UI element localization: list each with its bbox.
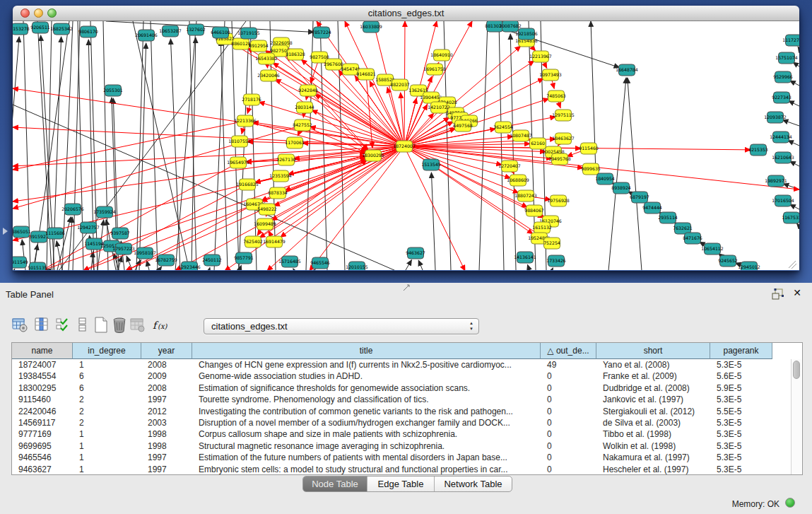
minimize-window-button[interactable] xyxy=(34,8,43,18)
column-header-name[interactable]: name xyxy=(12,343,73,359)
graph-node[interactable]: 16782759 xyxy=(155,255,177,266)
graph-node[interactable]: 752254 xyxy=(543,238,560,249)
graph-node[interactable]: 16543382 xyxy=(255,53,278,64)
table-row[interactable]: 1938455462009Genome-wide association stu… xyxy=(12,370,802,382)
graph-node[interactable]: 9227343 xyxy=(772,92,792,103)
table-row[interactable]: 977716911998Corpus callosum shape and si… xyxy=(12,428,802,440)
graph-node[interactable]: 10654112 xyxy=(701,243,724,255)
edge[interactable] xyxy=(499,21,504,270)
graph-node[interactable]: 9884067 xyxy=(524,205,544,216)
tab-network-table[interactable]: Network Table xyxy=(434,477,512,491)
graph-node[interactable]: 1170061 xyxy=(285,137,305,148)
table-settings-icon[interactable] xyxy=(12,317,29,334)
edge[interactable] xyxy=(214,21,225,270)
graph-node[interactable]: 5498222 xyxy=(257,204,277,215)
column-header-out_de[interactable]: △ out_de... xyxy=(541,343,596,359)
graph-node[interactable]: 20691406 xyxy=(135,30,158,41)
graph-node[interactable]: 1167533 xyxy=(782,212,799,223)
table-row[interactable]: 1830029562008Estimation of significance … xyxy=(12,382,802,395)
column-header-pagerank[interactable]: pagerank xyxy=(710,343,772,359)
edge[interactable] xyxy=(790,204,799,209)
graph-node[interactable]: 18724007 xyxy=(393,141,416,152)
edge[interactable] xyxy=(240,265,241,270)
graph-node[interactable]: 9899635 xyxy=(581,163,601,175)
graph-node[interactable]: 15751074 xyxy=(775,52,798,64)
edge[interactable] xyxy=(418,260,423,270)
graph-node[interactable]: 20206576 xyxy=(61,204,84,215)
window-titlebar[interactable]: citations_edges.txt xyxy=(13,6,799,21)
edge[interactable] xyxy=(404,146,552,158)
graph-node[interactable]: 9465546 xyxy=(310,257,330,269)
graph-node[interactable]: 9474444 xyxy=(642,202,662,214)
graph-node[interactable]: 1115686 xyxy=(45,228,65,239)
graph-node[interactable]: 14136141 xyxy=(514,252,536,263)
graph-node[interactable]: 12720407 xyxy=(498,160,521,172)
edge[interactable] xyxy=(314,269,315,270)
edge[interactable] xyxy=(57,241,62,270)
graph-node[interactable]: 8471676 xyxy=(683,233,702,244)
graph-node[interactable]: 9245652 xyxy=(718,255,738,267)
graph-node[interactable]: 2055301 xyxy=(103,85,123,96)
graph-node[interactable]: 8860128 xyxy=(231,38,251,49)
graph-node[interactable]: 18300295 xyxy=(362,150,384,161)
graph-node[interactable]: 19756928 xyxy=(547,195,570,206)
graph-node[interactable]: 16648784 xyxy=(616,64,638,76)
edge[interactable] xyxy=(209,268,210,270)
edge[interactable] xyxy=(293,269,294,270)
graph-node[interactable]: 9806170 xyxy=(78,26,98,37)
table-scrollbar-thumb[interactable] xyxy=(793,361,800,379)
table-select-dropdown[interactable]: citations_edges.txt ▲▼ xyxy=(204,318,479,334)
graph-node[interactable]: 17957223 xyxy=(112,243,135,255)
graph-node[interactable]: 2718176 xyxy=(242,94,261,105)
table-row[interactable]: 911546021997Tourette syndrome. Phenomeno… xyxy=(12,394,802,406)
graph-node[interactable]: 5015135 xyxy=(28,262,47,270)
edge[interactable] xyxy=(798,47,799,49)
graph-node[interactable]: 1615132 xyxy=(532,222,552,233)
graph-node[interactable]: 16825342 xyxy=(50,23,73,35)
graph-node[interactable]: 16210643 xyxy=(772,152,794,163)
edge[interactable] xyxy=(789,261,796,268)
hidden-panel-arrow-icon[interactable] xyxy=(3,228,8,235)
edge[interactable] xyxy=(796,223,799,226)
table-row[interactable]: 969969511998Structural magnetic resonanc… xyxy=(12,440,802,452)
edge[interactable] xyxy=(790,161,799,166)
function-builder-icon[interactable]: f(x) xyxy=(152,317,169,334)
edge[interactable] xyxy=(789,101,799,106)
select-rows-icon[interactable] xyxy=(55,317,72,334)
delete-table-icon[interactable] xyxy=(112,317,129,334)
edge[interactable] xyxy=(136,21,143,270)
table-row[interactable]: 946362711997Embryonic stem cells: a mode… xyxy=(12,464,802,475)
table-scrollbar[interactable] xyxy=(791,359,801,474)
edge[interactable] xyxy=(479,21,488,270)
graph-node[interactable]: 2803144 xyxy=(295,102,314,113)
graph-node[interactable]: 12975115 xyxy=(552,110,575,121)
table-row[interactable]: 2242004622012Investigating the contribut… xyxy=(12,406,802,418)
graph-node[interactable]: 8822037 xyxy=(390,79,410,90)
graph-node[interactable]: 20087682 xyxy=(499,21,522,32)
graph-node[interactable]: 18807243 xyxy=(514,190,537,201)
graph-node[interactable]: 9206511 xyxy=(30,22,50,33)
graph-node[interactable]: 11172724 xyxy=(782,35,799,46)
graph-node[interactable]: 7625402 xyxy=(243,236,263,247)
graph-node[interactable]: 1733426 xyxy=(546,255,566,267)
graph-node[interactable]: 10653287 xyxy=(159,25,182,37)
network-view[interactable]: 1872400718300295916382288601288912954232… xyxy=(13,21,799,270)
graph-node[interactable]: 18107552 xyxy=(228,136,251,147)
graph-node[interactable]: 6466100 xyxy=(211,27,230,38)
tab-node-table[interactable]: Node Table xyxy=(303,477,367,491)
column-header-in_degree[interactable]: in_degree xyxy=(73,343,141,359)
graph-node[interactable]: 10719155 xyxy=(237,28,260,39)
edge[interactable] xyxy=(790,81,799,86)
graph-node[interactable]: 7857224 xyxy=(312,27,331,38)
new-document-icon[interactable] xyxy=(93,317,110,334)
graph-node[interactable]: 8938924 xyxy=(611,182,631,194)
graph-node[interactable]: 10958107 xyxy=(134,247,156,259)
graph-node[interactable]: 9115460 xyxy=(579,143,599,154)
table-row[interactable]: 1456911722003Disruption of a novel membe… xyxy=(12,417,802,429)
graph-node[interactable]: 16961758 xyxy=(423,64,446,75)
edge[interactable] xyxy=(431,173,435,270)
edge[interactable] xyxy=(527,264,529,270)
graph-node[interactable]: 10807487 xyxy=(510,130,532,141)
graph-node[interactable]: 2450112 xyxy=(202,255,222,266)
edge[interactable] xyxy=(552,268,553,270)
